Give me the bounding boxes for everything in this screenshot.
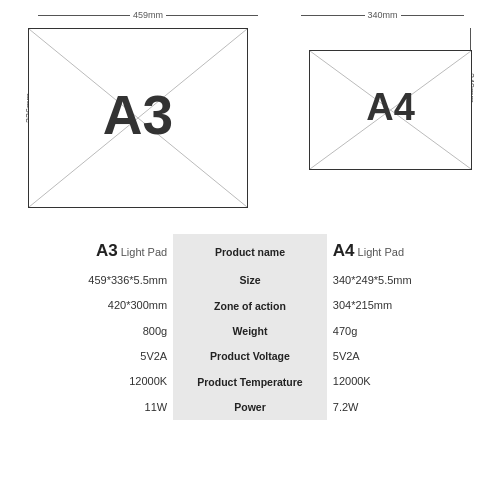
a3-pad-label: A3 [103,83,173,147]
table-cell-right: A4 Light Pad [327,234,490,268]
table-cell-right: 7.2W [327,395,490,420]
a4-pad: A4 [309,50,472,170]
a4-width-dim: 340mm [368,10,398,20]
table-cell-mid: Size [173,268,327,293]
table-cell-mid: Zone of action [173,293,327,318]
table-row: 5V2AProduct Voltage5V2A [10,344,490,369]
table-cell-left: 11W [10,395,173,420]
table-cell-right: 304*215mm [327,293,490,318]
table-cell-mid: Product Temperature [173,369,327,394]
table-row: 420*300mmZone of action304*215mm [10,293,490,318]
table-cell-left: 12000K [10,369,173,394]
table-cell-mid: Product name [173,234,327,268]
table-row: 12000KProduct Temperature12000K [10,369,490,394]
table-cell-left: 5V2A [10,344,173,369]
table-cell-mid: Weight [173,319,327,344]
table-cell-mid: Product Voltage [173,344,327,369]
table-cell-right: 470g [327,319,490,344]
table-row: 11WPower7.2W [10,395,490,420]
a3-pad: A3 [28,28,248,208]
diagram-section: 459mm 336mm 340mm 249mm A3 A4 [0,0,500,230]
table-row: 459*336*5.5mmSize340*249*5.5mm [10,268,490,293]
table-row: A3 Light PadProduct nameA4 Light Pad [10,234,490,268]
table-cell-left: 420*300mm [10,293,173,318]
a3-width-dim: 459mm [133,10,163,20]
table-cell-right: 340*249*5.5mm [327,268,490,293]
table-cell-left: 459*336*5.5mm [10,268,173,293]
table-cell-left: A3 Light Pad [10,234,173,268]
a4-pad-label: A4 [366,86,415,129]
table-cell-mid: Power [173,395,327,420]
table-cell-left: 800g [10,319,173,344]
table-cell-right: 12000K [327,369,490,394]
table-row: 800gWeight470g [10,319,490,344]
comparison-table: A3 Light PadProduct nameA4 Light Pad459*… [10,234,490,420]
table-cell-right: 5V2A [327,344,490,369]
